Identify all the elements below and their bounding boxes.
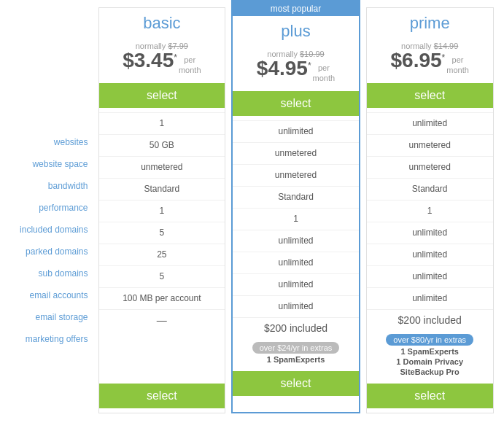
plan-plus-bandwidth: unmetered xyxy=(233,164,359,186)
plan-plus-select-bottom[interactable]: select xyxy=(233,371,359,396)
features-column: websites website space bandwidth perform… xyxy=(8,7,96,350)
plan-plus-email-accounts: unlimited xyxy=(233,273,359,295)
feature-label-marketing-offers: marketing offers xyxy=(8,328,96,350)
plan-plus-period: permonth xyxy=(313,63,336,84)
plan-prime-performance: Standard xyxy=(367,178,493,200)
feature-label-performance: performance xyxy=(8,197,96,219)
feature-label-included-domains: included domains xyxy=(8,219,96,241)
plan-basic-price: $3.45 xyxy=(123,50,174,71)
plan-basic-email-accounts: 5 xyxy=(99,265,225,287)
plan-basic-select-bottom[interactable]: select xyxy=(99,384,225,408)
feature-label-sub-domains: sub domains xyxy=(8,262,96,284)
plan-prime-asterisk: * xyxy=(442,53,446,62)
plan-basic-performance: Standard xyxy=(99,178,225,200)
plan-prime-spamexperts: 1 SpamExperts xyxy=(400,347,458,356)
plan-prime-select-bottom[interactable]: select xyxy=(367,384,493,408)
plan-plus-websites: unlimited xyxy=(233,120,359,142)
plan-prime-included-domains: 1 xyxy=(367,200,493,222)
plan-basic-included-domains: 1 xyxy=(99,200,225,222)
feature-label-bandwidth: bandwidth xyxy=(8,175,96,197)
pricing-table: websites website space bandwidth perform… xyxy=(8,7,497,413)
plan-plus-select-top[interactable]: select xyxy=(233,91,359,116)
plan-plus-sub-domains: unlimited xyxy=(233,252,359,273)
plan-prime-email-storage: unlimited xyxy=(367,287,493,309)
plan-plus-performance: Standard xyxy=(233,186,359,208)
plan-plus-parked-domains: unlimited xyxy=(233,230,359,252)
plan-plus-extras-badge: over $24/yr in extras xyxy=(252,342,340,354)
plan-plus-extras: over $24/yr in extras 1 SpamExperts xyxy=(233,339,359,367)
plan-plus: most popular plus normally $10.99 $4.95 … xyxy=(231,0,360,413)
plan-plus-pricing: normally $10.99 $4.95 * permonth xyxy=(233,44,359,87)
plan-prime-marketing-offers: $200 included xyxy=(367,309,493,331)
plan-basic-email-storage: 100 MB per account xyxy=(99,287,225,309)
plan-plus-popular-badge: most popular xyxy=(233,1,359,16)
feature-label-email-accounts: email accounts xyxy=(8,284,96,306)
plan-basic-websites: 1 xyxy=(99,112,225,134)
plan-basic-parked-domains: 5 xyxy=(99,222,225,244)
plan-prime-header: prime xyxy=(367,8,493,36)
plan-prime: prime normally $14.99 $6.95 * permonth s… xyxy=(366,7,494,413)
plan-prime-name: prime xyxy=(367,14,493,33)
plan-basic-header: basic xyxy=(99,8,225,36)
plan-basic-bandwidth: unmetered xyxy=(99,156,225,178)
plan-plus-website-space: unmetered xyxy=(233,142,359,164)
plan-prime-email-accounts: unlimited xyxy=(367,265,493,287)
plan-basic-select-top[interactable]: select xyxy=(99,83,225,108)
feature-label-parked-domains: parked domains xyxy=(8,241,96,262)
plan-plus-header: plus xyxy=(233,16,359,44)
plan-prime-sitebackup: SiteBackup Pro xyxy=(400,367,460,376)
plan-prime-select-top[interactable]: select xyxy=(367,83,493,108)
plan-basic-website-space: 50 GB xyxy=(99,134,225,156)
plan-basic-marketing-offers: — xyxy=(99,309,225,331)
feature-label-websites: websites xyxy=(8,131,96,153)
plan-prime-price: $6.95 xyxy=(391,50,442,71)
plan-prime-pricing: normally $14.99 $6.95 * permonth xyxy=(367,36,493,79)
plan-prime-period: permonth xyxy=(446,55,469,76)
plan-basic-pricing: normally $7.99 $3.45 * permonth xyxy=(99,36,225,79)
plan-prime-extras-badge: over $80/yr in extras xyxy=(386,334,473,346)
plan-basic-sub-domains: 25 xyxy=(99,244,225,265)
plan-prime-extras: over $80/yr in extras 1 SpamExperts 1 Do… xyxy=(367,331,493,379)
plan-prime-bandwidth: unmetered xyxy=(367,156,493,178)
plan-prime-parked-domains: unlimited xyxy=(367,222,493,244)
plan-basic-asterisk: * xyxy=(174,53,177,62)
plan-prime-websites: unlimited xyxy=(367,112,493,134)
plan-plus-asterisk: * xyxy=(308,61,311,70)
plan-basic-name: basic xyxy=(99,14,225,33)
plan-plus-email-storage: unlimited xyxy=(233,295,359,317)
plans-wrapper: basic normally $7.99 $3.45 * permonth se… xyxy=(96,7,497,413)
plan-prime-domain-privacy: 1 Domain Privacy xyxy=(396,357,463,366)
plan-basic-period: permonth xyxy=(179,55,201,76)
plan-prime-website-space: unmetered xyxy=(367,134,493,156)
plan-plus-included-domains: 1 xyxy=(233,208,359,230)
plan-basic: basic normally $7.99 $3.45 * permonth se… xyxy=(98,7,226,413)
plan-prime-sub-domains: unlimited xyxy=(367,244,493,265)
plan-plus-price: $4.95 xyxy=(257,58,308,79)
plan-plus-name: plus xyxy=(233,22,359,41)
feature-label-email-storage: email storage xyxy=(8,306,96,328)
plan-plus-spamexperts: 1 SpamExperts xyxy=(267,355,325,364)
feature-label-website-space: website space xyxy=(8,153,96,175)
plan-plus-marketing-offers: $200 included xyxy=(233,317,359,339)
